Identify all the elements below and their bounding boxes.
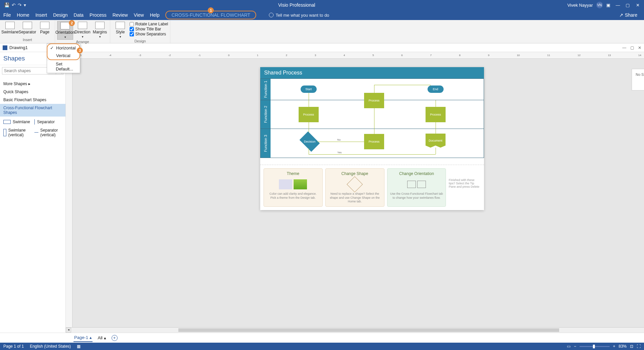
user-name[interactable]: Vivek Nayyar bbox=[567, 3, 593, 8]
orientation-horizontal[interactable]: Horizontal bbox=[47, 44, 79, 52]
document-shape[interactable]: Document bbox=[426, 134, 446, 148]
qat-more-icon[interactable]: ▾ bbox=[24, 2, 26, 8]
share-button[interactable]: ↗ Share bbox=[619, 12, 637, 18]
fullscreen-icon[interactable]: ⛶ bbox=[637, 344, 641, 349]
swimlane-icon bbox=[5, 22, 15, 29]
minimize-icon[interactable]: — bbox=[614, 3, 622, 8]
decision-shape[interactable]: Decision bbox=[299, 132, 320, 152]
end-shape[interactable]: End bbox=[428, 85, 444, 93]
shape-swimlane[interactable]: Swimlane bbox=[3, 119, 31, 125]
tab-review[interactable]: Review bbox=[113, 12, 128, 18]
shapes-pane: Shapes ‹ 🔍 More Shapes ▸ Quick Shapes Ba… bbox=[0, 52, 66, 333]
doc-maximize-icon[interactable]: ▢ bbox=[630, 45, 634, 50]
process-2[interactable]: Process bbox=[364, 93, 384, 108]
style-button[interactable]: Style▾ bbox=[112, 21, 128, 39]
undo-icon[interactable]: ↶ bbox=[12, 2, 16, 8]
avatar[interactable]: VN bbox=[596, 2, 603, 8]
margins-button[interactable]: Margins▾ bbox=[92, 21, 108, 40]
shape-swimlane-v[interactable]: Swimlane (vertical) bbox=[3, 128, 31, 137]
close-icon[interactable]: ✕ bbox=[633, 3, 642, 8]
add-page-button[interactable]: + bbox=[112, 335, 118, 341]
zoom-out-icon[interactable]: − bbox=[574, 344, 576, 349]
tab-home[interactable]: Home bbox=[17, 12, 29, 18]
shape-data-panel: No Shape Data ↔✕ bbox=[632, 69, 644, 91]
theme-preview-icon bbox=[267, 178, 320, 191]
chevron-down-icon: ▾ bbox=[82, 35, 84, 38]
group-insert-label: Insert bbox=[2, 38, 53, 42]
tab-cross-functional-flowchart[interactable]: CROSS-FUNCTIONAL FLOWCHART 1 bbox=[165, 11, 256, 19]
quick-access-toolbar: 💾 ↶ ↷ ▾ bbox=[4, 2, 26, 8]
maximize-icon[interactable]: ▢ bbox=[623, 3, 632, 8]
zoom-in-icon[interactable]: + bbox=[613, 344, 615, 349]
tab-design[interactable]: Design bbox=[53, 12, 68, 18]
lane-1-header[interactable]: Function 1 bbox=[261, 79, 271, 100]
ribbon-options-icon[interactable]: ▣ bbox=[606, 3, 610, 8]
show-separators-check[interactable]: Show Separators bbox=[130, 32, 168, 36]
zoom-level[interactable]: 83% bbox=[619, 344, 627, 349]
callout-2: 2 bbox=[69, 20, 75, 26]
save-icon[interactable]: 💾 bbox=[4, 2, 10, 8]
orientation-button[interactable]: Orientation ▾ 2 bbox=[57, 21, 73, 40]
tab-view[interactable]: View bbox=[134, 12, 144, 18]
page-tabs: Page-1 ▴ All ▴ + bbox=[0, 333, 644, 343]
ribbon-tabs: File Home Insert Design Data Process Rev… bbox=[0, 10, 644, 20]
title-bar: 💾 ↶ ↷ ▾ Visio Professional Vivek Nayyar … bbox=[0, 0, 644, 10]
chevron-down-icon: ▾ bbox=[64, 35, 66, 39]
shape-separator[interactable]: Separator bbox=[34, 119, 62, 125]
tab-data[interactable]: Data bbox=[74, 12, 84, 18]
show-title-bar-check[interactable]: Show Title Bar bbox=[130, 27, 168, 31]
cat-cross-functional[interactable]: Cross-Functional Flowchart Shapes bbox=[0, 104, 65, 117]
process-1[interactable]: Process bbox=[299, 107, 319, 122]
lane-2-header[interactable]: Function 2 bbox=[261, 100, 271, 129]
tip-change-orientation[interactable]: Change Orientation Use the Cross-Functio… bbox=[387, 168, 446, 207]
flowchart-title[interactable]: Shared Process bbox=[260, 67, 484, 78]
lane-3-header[interactable]: Function 3 bbox=[261, 129, 271, 158]
tab-insert[interactable]: Insert bbox=[35, 12, 47, 18]
tip-change-shape[interactable]: Change Shape Need to replace a shape? Se… bbox=[325, 168, 384, 207]
tell-me[interactable]: Tell me what you want to do bbox=[269, 13, 329, 18]
scroll-left-icon[interactable]: ◂ bbox=[66, 328, 71, 333]
cat-more-shapes[interactable]: More Shapes ▸ bbox=[0, 80, 65, 88]
page-indicator[interactable]: Page 1 of 1 bbox=[3, 344, 24, 349]
doc-minimize-icon[interactable]: — bbox=[622, 45, 626, 50]
horizontal-ruler: -5-4-3-2-10123456789101112131415 bbox=[72, 52, 644, 59]
process-3[interactable]: Process bbox=[426, 107, 446, 122]
doc-close-icon[interactable]: ✕ bbox=[638, 45, 641, 50]
separator-icon bbox=[23, 22, 32, 29]
tab-process[interactable]: Process bbox=[90, 12, 107, 18]
horizontal-scrollbar[interactable]: ◂ ▸ bbox=[66, 327, 644, 333]
rotate-lane-label-check[interactable]: Rotate Lane Label bbox=[130, 22, 168, 26]
fit-page-icon[interactable]: ⊡ bbox=[630, 344, 633, 349]
zoom-slider[interactable] bbox=[580, 346, 610, 347]
yes-label: Yes bbox=[337, 151, 342, 154]
page-tab-1[interactable]: Page-1 ▴ bbox=[73, 334, 93, 342]
page-button[interactable]: Page bbox=[37, 21, 53, 35]
swimlane-button[interactable]: Swimlane bbox=[2, 21, 18, 35]
process-4[interactable]: Process bbox=[364, 134, 384, 149]
start-shape[interactable]: Start bbox=[301, 85, 317, 93]
shape-separator-v[interactable]: Separator (vertical) bbox=[34, 128, 62, 137]
language-indicator[interactable]: English (United States) bbox=[30, 344, 71, 349]
tips-finish-text: Finished with these tips? Select the Tip… bbox=[449, 168, 480, 207]
direction-button[interactable]: Direction▾ bbox=[74, 21, 91, 40]
cat-quick-shapes[interactable]: Quick Shapes bbox=[0, 88, 65, 96]
tips-pane: Theme Color can add clarity and elegance… bbox=[260, 165, 484, 210]
canvas[interactable]: Shared Process Function 1 Start End bbox=[72, 59, 644, 327]
direction-icon bbox=[78, 22, 87, 29]
page: Shared Process Function 1 Start End bbox=[260, 67, 484, 210]
separator-v-shape-icon bbox=[34, 132, 38, 133]
page-icon bbox=[40, 22, 49, 29]
orientation-vertical[interactable]: Vertical bbox=[47, 52, 79, 59]
macro-icon[interactable]: ▦ bbox=[77, 344, 80, 349]
scroll-thumb[interactable] bbox=[178, 328, 559, 332]
ribbon: Swimlane Separator Page Insert Orientati… bbox=[0, 20, 644, 43]
orientation-set-default[interactable]: Set Default... bbox=[47, 60, 80, 73]
separator-button[interactable]: Separator bbox=[19, 21, 35, 35]
tab-file[interactable]: File bbox=[3, 12, 11, 18]
redo-icon[interactable]: ↷ bbox=[18, 2, 22, 8]
all-pages[interactable]: All ▴ bbox=[98, 335, 106, 340]
tab-help[interactable]: Help bbox=[150, 12, 160, 18]
cat-basic-flowchart[interactable]: Basic Flowchart Shapes bbox=[0, 96, 65, 104]
tip-theme[interactable]: Theme Color can add clarity and elegance… bbox=[264, 168, 323, 207]
presentation-mode-icon[interactable]: ▭ bbox=[567, 344, 571, 349]
